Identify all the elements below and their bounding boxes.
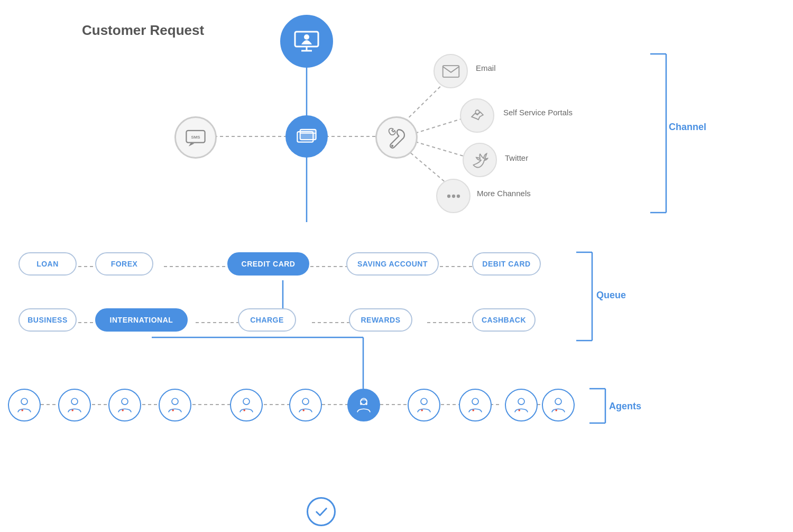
more-channels-node[interactable] — [436, 179, 471, 213]
customer-request-node[interactable] — [280, 15, 333, 68]
email-label: Email — [476, 63, 496, 72]
svg-point-41 — [304, 34, 309, 40]
svg-point-77 — [472, 398, 478, 405]
tools-icon — [385, 126, 408, 149]
svg-point-51 — [451, 194, 455, 197]
forex-pill[interactable]: FOREX — [95, 252, 153, 276]
saving-account-pill[interactable]: SAVING ACCOUNT — [346, 252, 439, 276]
svg-point-53 — [21, 398, 27, 405]
channel-hub-node[interactable] — [375, 116, 418, 159]
sms-node[interactable]: SMS — [174, 116, 217, 159]
agent-8-node[interactable] — [408, 389, 440, 421]
svg-text:SMS: SMS — [191, 135, 200, 140]
svg-rect-43 — [300, 130, 316, 140]
more-channels-label: More Channels — [477, 189, 531, 198]
agent-icon — [466, 396, 484, 414]
twitter-channel-node[interactable] — [463, 143, 497, 177]
agent-icon — [512, 396, 530, 414]
agent-icon — [415, 396, 433, 414]
agents-bracket-label: Agents — [609, 401, 641, 412]
svg-point-56 — [71, 398, 78, 405]
charge-pill[interactable]: CHARGE — [238, 308, 296, 332]
agent-icon — [237, 396, 255, 414]
agent-4-node[interactable] — [159, 389, 191, 421]
loan-pill[interactable]: LOAN — [19, 252, 77, 276]
agent-6-node[interactable] — [289, 389, 322, 421]
agent-5-node[interactable] — [230, 389, 263, 421]
channel-bracket-label: Channel — [669, 122, 706, 133]
self-service-channel-node[interactable] — [460, 98, 494, 133]
svg-point-62 — [172, 398, 178, 405]
more-icon — [444, 187, 463, 206]
svg-rect-72 — [360, 402, 362, 405]
agent-icon — [66, 396, 84, 414]
svg-rect-48 — [442, 66, 459, 77]
routing-node[interactable] — [285, 115, 328, 158]
svg-point-49 — [475, 110, 479, 114]
twitter-label: Twitter — [505, 153, 528, 162]
debit-card-pill[interactable]: DEBIT CARD — [472, 252, 541, 276]
agent-icon — [549, 396, 567, 414]
agent-icon — [116, 396, 134, 414]
email-channel-node[interactable] — [434, 54, 468, 88]
credit-card-pill[interactable]: CREDIT CARD — [227, 252, 309, 276]
agent-2-node[interactable] — [58, 389, 91, 421]
international-pill[interactable]: INTERNATIONAL — [95, 308, 188, 332]
svg-point-59 — [122, 398, 128, 405]
self-service-label: Self Service Portals — [503, 108, 573, 117]
agent-10-node[interactable] — [505, 389, 538, 421]
agent-11-node[interactable] — [542, 389, 575, 421]
queue-bracket-label: Queue — [596, 290, 626, 301]
svg-point-47 — [391, 145, 393, 147]
svg-rect-73 — [365, 402, 367, 405]
completed-node[interactable] — [307, 497, 336, 526]
checkmark-icon — [314, 505, 329, 519]
svg-point-50 — [447, 194, 450, 197]
self-service-icon — [468, 106, 487, 125]
card-routing-icon — [295, 125, 318, 148]
svg-point-74 — [421, 398, 427, 405]
svg-point-65 — [243, 398, 250, 405]
business-pill[interactable]: BUSINESS — [19, 308, 77, 332]
sms-icon: SMS — [184, 126, 207, 149]
customer-icon — [291, 25, 322, 57]
svg-point-83 — [555, 398, 561, 405]
agent-icon — [15, 396, 33, 414]
customer-request-label: Customer Request — [82, 22, 204, 39]
diagram-container: Customer Request SMS — [0, 0, 793, 532]
agent-7-node[interactable] — [347, 389, 380, 421]
twitter-icon — [471, 151, 490, 170]
svg-point-80 — [518, 398, 524, 405]
agent-icon — [166, 396, 184, 414]
cashback-pill[interactable]: CASHBACK — [472, 308, 536, 332]
svg-point-68 — [302, 398, 309, 405]
email-icon — [441, 62, 460, 81]
rewards-pill[interactable]: REWARDS — [349, 308, 412, 332]
agent-icon — [297, 396, 315, 414]
agent-9-node[interactable] — [459, 389, 492, 421]
agent-selected-icon — [355, 396, 373, 414]
svg-point-52 — [456, 194, 459, 197]
agent-3-node[interactable] — [108, 389, 141, 421]
agent-1-node[interactable] — [8, 389, 41, 421]
